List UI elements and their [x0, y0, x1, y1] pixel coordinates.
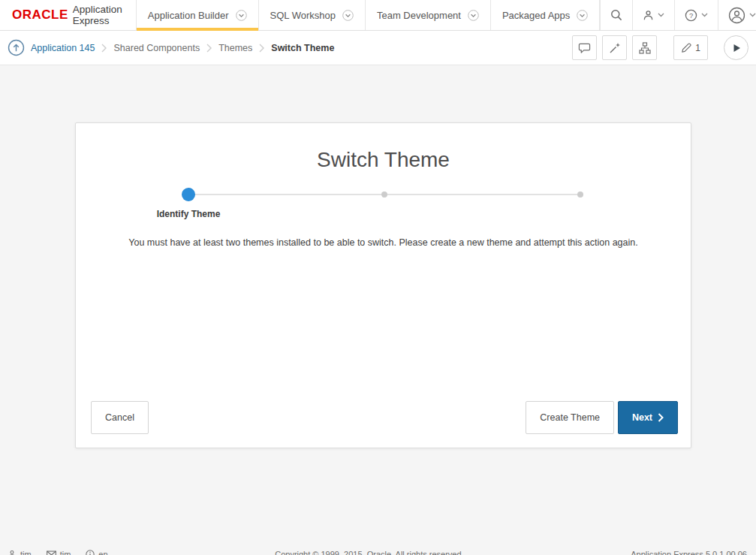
breadcrumb-separator-icon: [101, 44, 107, 53]
user-icon: [8, 550, 17, 555]
top-header: ORACLE Application Express Application B…: [0, 0, 756, 31]
wizard-step-3-dot: [577, 192, 583, 198]
chevron-down-circle-icon[interactable]: [577, 10, 588, 21]
wizard-step-label: Identify Theme: [143, 209, 233, 219]
pencil-icon: [681, 43, 691, 53]
breadcrumb-current-page: Switch Theme: [271, 43, 334, 53]
tab-label: SQL Workshop: [270, 10, 336, 21]
wizard-message: You must have at least two themes instal…: [76, 237, 691, 248]
sitemap-icon: [639, 42, 651, 54]
tab-sql-workshop[interactable]: SQL Workshop: [258, 0, 365, 30]
wizard-progress: Identify Theme: [188, 188, 580, 233]
help-icon: ?: [685, 9, 697, 22]
edit-page-button[interactable]: 1: [673, 35, 708, 60]
account-menu-button[interactable]: [718, 0, 756, 30]
footer-workspace-label: tim: [60, 550, 71, 555]
breadcrumb-themes[interactable]: Themes: [218, 43, 252, 53]
shared-components-button[interactable]: [632, 35, 657, 60]
feedback-button[interactable]: [572, 35, 597, 60]
cancel-button[interactable]: Cancel: [91, 401, 149, 434]
breadcrumb: Application 145 Shared Components Themes…: [31, 43, 334, 53]
tab-team-development[interactable]: Team Development: [365, 0, 490, 30]
search-button[interactable]: [600, 0, 632, 30]
breadcrumb-separator-icon: [206, 44, 212, 53]
edit-page-number: 1: [695, 43, 700, 53]
next-button[interactable]: Next: [618, 401, 678, 434]
footer-user-label: tim: [20, 550, 32, 555]
footer-session-info: tim tim en: [8, 550, 108, 555]
page-footer: tim tim en Copyright © 1999, 2015, Oracl…: [0, 546, 756, 555]
help-menu-button[interactable]: ?: [674, 0, 718, 30]
footer-language-label: en: [98, 550, 107, 555]
svg-text:?: ?: [689, 11, 693, 19]
search-icon: [610, 9, 622, 21]
administration-menu-button[interactable]: [632, 0, 674, 30]
account-icon: [728, 7, 745, 24]
utilities-button[interactable]: [602, 35, 627, 60]
up-level-icon[interactable]: [8, 39, 25, 56]
breadcrumb-application[interactable]: Application 145: [31, 43, 95, 53]
tab-label: Team Development: [377, 10, 461, 21]
chevron-down-circle-icon[interactable]: [236, 10, 247, 21]
breadcrumb-shared-components[interactable]: Shared Components: [113, 43, 200, 53]
chevron-down-circle-icon[interactable]: [342, 10, 354, 21]
envelope-icon: [47, 550, 56, 555]
footer-version: Application Express 5.0.1.00.06: [631, 550, 747, 555]
info-icon: [86, 550, 95, 555]
chevron-down-circle-icon[interactable]: [468, 10, 479, 21]
product-name: Application Express: [73, 4, 122, 26]
wizard-step-current-dot: [182, 188, 195, 201]
main-nav-tabs: Application Builder SQL Workshop Team De…: [136, 0, 600, 30]
chevron-right-icon: [658, 413, 664, 422]
wizard-step-2-dot: [381, 192, 387, 198]
next-button-label: Next: [632, 412, 652, 423]
admin-user-icon: [643, 10, 654, 21]
header-utilities: ?: [600, 0, 756, 30]
tab-label: Packaged Apps: [502, 10, 570, 21]
apex-app: { "header": { "brand": "ORACLE", "produc…: [0, 0, 756, 555]
play-icon: [732, 44, 741, 53]
chevron-down-icon: [658, 13, 664, 17]
page-action-buttons: 1: [572, 35, 748, 60]
run-application-button[interactable]: [724, 35, 748, 60]
breadcrumb-bar: Application 145 Shared Components Themes…: [0, 31, 756, 65]
magic-wand-icon: [609, 42, 621, 54]
oracle-logo: ORACLE: [12, 8, 68, 23]
wizard-title: Switch Theme: [76, 148, 691, 172]
create-theme-button[interactable]: Create Theme: [526, 401, 614, 434]
footer-user[interactable]: tim: [8, 550, 32, 555]
switch-theme-wizard-card: Switch Theme Identify Theme You must hav…: [75, 122, 691, 448]
tab-application-builder[interactable]: Application Builder: [136, 0, 258, 30]
tab-packaged-apps[interactable]: Packaged Apps: [490, 0, 600, 30]
speech-bubble-icon: [578, 42, 591, 54]
chevron-down-icon: [701, 13, 708, 17]
footer-language[interactable]: en: [86, 550, 107, 555]
breadcrumb-separator-icon: [259, 44, 264, 53]
logo[interactable]: ORACLE Application Express: [0, 0, 136, 30]
chevron-down-icon: [749, 13, 756, 17]
footer-workspace[interactable]: tim: [47, 550, 71, 555]
footer-copyright: Copyright © 1999, 2015, Oracle. All righ…: [275, 550, 463, 555]
tab-label: Application Builder: [148, 10, 229, 21]
